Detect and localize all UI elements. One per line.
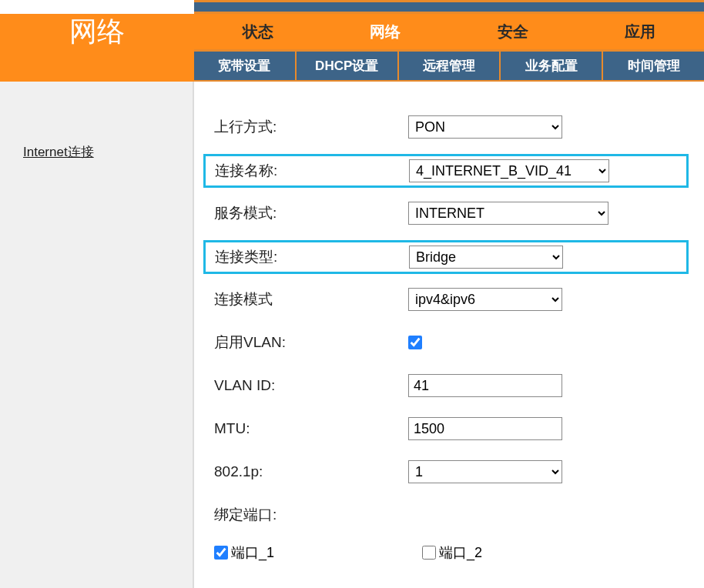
bind-port-label: 绑定端口: xyxy=(214,505,408,525)
page-title: 网络 xyxy=(0,14,194,49)
vlan-enable-label: 启用VLAN: xyxy=(214,332,408,352)
uplink-label: 上行方式: xyxy=(214,117,408,137)
uplink-select[interactable]: PON xyxy=(408,115,562,139)
subnav-service[interactable]: 业务配置 xyxy=(501,52,603,80)
mainnav-status[interactable]: 状态 xyxy=(194,14,322,49)
service-mode-select[interactable]: INTERNET xyxy=(408,202,608,225)
port1-checkbox[interactable] xyxy=(214,546,228,560)
vlan-id-input[interactable] xyxy=(408,374,562,397)
subnav-broadband[interactable]: 宽带设置 xyxy=(194,52,297,80)
main-nav: 状态 网络 安全 应用 xyxy=(194,14,704,49)
port2-label: 端口_2 xyxy=(439,543,482,562)
mainnav-app[interactable]: 应用 xyxy=(577,14,705,49)
subnav-remote[interactable]: 远程管理 xyxy=(399,52,501,80)
sub-nav: 宽带设置 DHCP设置 远程管理 业务配置 时间管理 xyxy=(194,49,704,82)
conn-name-label: 连接名称: xyxy=(215,161,409,181)
service-mode-label: 服务模式: xyxy=(214,203,408,223)
vlan-id-label: VLAN ID: xyxy=(214,377,408,394)
port2-checkbox[interactable] xyxy=(422,546,436,560)
top-accent-bar xyxy=(194,0,704,14)
8021p-select[interactable]: 1 xyxy=(408,460,562,483)
title-spacer xyxy=(0,49,194,82)
conn-name-select[interactable]: 4_INTERNET_B_VID_41 xyxy=(409,159,609,182)
sidebar: Internet连接 xyxy=(0,82,194,588)
vlan-enable-checkbox[interactable] xyxy=(408,336,422,349)
sidebar-item-internet[interactable]: Internet连接 xyxy=(23,145,94,159)
8021p-label: 802.1p: xyxy=(214,463,408,480)
conn-mode-select[interactable]: ipv4&ipv6 xyxy=(408,288,562,311)
subnav-dhcp[interactable]: DHCP设置 xyxy=(297,52,399,80)
mtu-input[interactable] xyxy=(408,417,562,440)
content-panel: 上行方式: PON 连接名称: 4_INTERNET_B_VID_41 服务模式… xyxy=(194,82,704,588)
conn-type-select[interactable]: Bridge xyxy=(409,246,563,269)
subnav-time[interactable]: 时间管理 xyxy=(603,52,704,80)
conn-type-label: 连接类型: xyxy=(215,247,409,267)
mainnav-network[interactable]: 网络 xyxy=(322,14,450,49)
conn-mode-label: 连接模式 xyxy=(214,289,408,309)
mtu-label: MTU: xyxy=(214,420,408,437)
mainnav-security[interactable]: 安全 xyxy=(449,14,577,49)
port1-label: 端口_1 xyxy=(231,543,274,562)
